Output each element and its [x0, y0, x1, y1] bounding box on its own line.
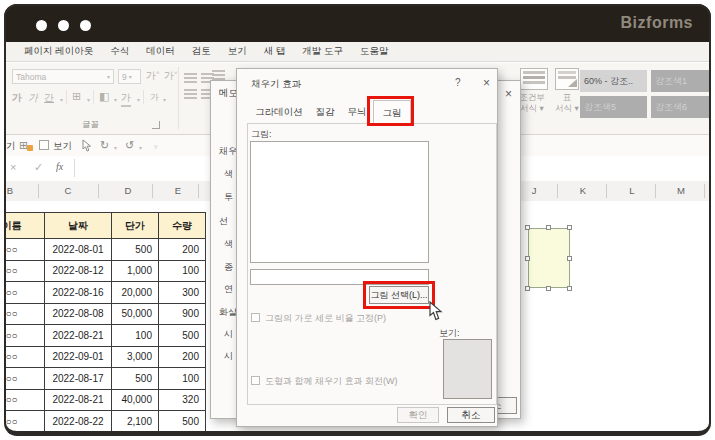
- undo-icon[interactable]: ↺: [125, 139, 134, 152]
- back-dialog-label: 연: [224, 283, 233, 296]
- data-table: 이름 날짜 단가 수량 ○○2022-08-01500200 ○○2022-08…: [4, 212, 206, 434]
- menu-item-new-tab[interactable]: 새 탭: [264, 45, 286, 58]
- col-header-J[interactable]: J: [522, 185, 546, 196]
- shape-handle[interactable]: [525, 225, 530, 230]
- menu-item-page-layout[interactable]: 페이지 레이아웃: [24, 45, 93, 58]
- table-cell: 2022-08-21: [45, 325, 112, 347]
- divider: [557, 184, 558, 198]
- table-cell: 100: [159, 261, 205, 283]
- redo-icon[interactable]: ↻: [100, 139, 109, 152]
- underline-button[interactable]: 간: [44, 91, 54, 105]
- cancel-button[interactable]: 취소: [447, 407, 495, 423]
- dot-icon[interactable]: [58, 20, 69, 31]
- borders-button[interactable]: ⊞: [72, 90, 81, 103]
- ok-button[interactable]: 확인: [397, 407, 439, 423]
- menu-item-review[interactable]: 검토: [192, 45, 211, 58]
- cell-style-accent6[interactable]: 강조색6: [651, 96, 711, 118]
- cell-style-60-accent[interactable]: 60% - 강조..: [580, 70, 647, 92]
- align-top-icon[interactable]: [184, 73, 197, 83]
- font-group-label: 글꼴: [82, 119, 99, 131]
- menu-item-help[interactable]: 도움말: [360, 45, 389, 58]
- tab-texture[interactable]: 질감: [311, 101, 339, 123]
- shape-handle[interactable]: [567, 286, 572, 291]
- insert-function-icon[interactable]: fx: [56, 161, 63, 172]
- divider: [38, 184, 39, 198]
- table-cell: 100: [112, 325, 159, 347]
- shape-handle[interactable]: [546, 286, 551, 291]
- table-cell: 320: [159, 390, 205, 412]
- chevron-down-icon[interactable]: ▾: [114, 96, 117, 103]
- mouse-cursor-icon: [428, 301, 443, 321]
- table-cell: 2022-08-17: [45, 368, 112, 390]
- col-header-M[interactable]: M: [669, 185, 693, 196]
- window-control-dots[interactable]: [36, 17, 102, 35]
- table-cell: 500: [159, 325, 205, 347]
- select-pointer-icon[interactable]: [82, 139, 92, 152]
- table-header-date: 날짜: [45, 213, 112, 239]
- shape-handle[interactable]: [546, 225, 551, 230]
- align-left-icon[interactable]: [184, 89, 197, 99]
- close-icon[interactable]: ×: [483, 76, 490, 90]
- brand-logo: Bizforms: [621, 14, 693, 32]
- table-header-price: 단가: [112, 213, 159, 239]
- italic-button[interactable]: 가: [28, 91, 38, 105]
- table-cell: 2022-08-16: [45, 282, 112, 304]
- selected-shape[interactable]: [528, 228, 570, 288]
- table-cell: 900: [159, 304, 205, 326]
- font-size-combobox[interactable]: 9 ▾: [118, 69, 141, 84]
- help-icon[interactable]: ?: [455, 77, 461, 88]
- toolbar-overflow-icon[interactable]: ▿: [154, 143, 158, 151]
- shape-handle[interactable]: [525, 286, 530, 291]
- shape-handle[interactable]: [567, 256, 572, 261]
- chevron-down-icon[interactable]: ▾: [139, 144, 142, 151]
- close-icon[interactable]: ×: [505, 87, 512, 101]
- shrink-font-button[interactable]: 가˅: [164, 69, 178, 83]
- rotate-fill-checkbox[interactable]: [251, 376, 260, 385]
- lock-ratio-checkbox[interactable]: [251, 313, 260, 322]
- table-cell: ○○: [4, 261, 45, 283]
- col-header-L[interactable]: L: [620, 185, 644, 196]
- tab-gradient[interactable]: 그라데이션: [251, 101, 307, 123]
- col-header-D[interactable]: D: [116, 185, 140, 196]
- col-header-K[interactable]: K: [571, 185, 595, 196]
- dot-icon[interactable]: [80, 20, 91, 31]
- cell-style-accent1[interactable]: 강조색1: [651, 70, 711, 92]
- chevron-down-icon[interactable]: ▾: [163, 96, 166, 103]
- font-name-combobox[interactable]: Tahoma ▾: [12, 69, 114, 84]
- menu-item-data[interactable]: 데이터: [146, 45, 175, 58]
- menu-item-view[interactable]: 보기: [228, 45, 247, 58]
- window-titlebar: Bizforms: [4, 4, 711, 42]
- shape-handle[interactable]: [567, 225, 572, 230]
- fill-color-button[interactable]: ◧: [99, 90, 109, 103]
- chevron-down-icon[interactable]: ▾: [60, 96, 63, 103]
- cell-style-accent5[interactable]: 강조색5: [580, 96, 647, 118]
- menu-item-formulas[interactable]: 수식: [110, 45, 129, 58]
- chevron-down-icon[interactable]: ▾: [87, 96, 90, 103]
- phonetic-button[interactable]: 가: [150, 91, 159, 104]
- bold-button[interactable]: 가: [12, 91, 22, 105]
- view-checkbox[interactable]: [39, 140, 49, 150]
- font-color-button[interactable]: 가: [121, 91, 131, 107]
- table-cell: ○○: [4, 411, 45, 433]
- dot-icon[interactable]: [36, 20, 47, 31]
- conditional-formatting-icon[interactable]: [520, 68, 548, 90]
- orientation-icon[interactable]: [212, 70, 225, 80]
- enter-entry-icon[interactable]: ✓: [34, 161, 43, 174]
- format-as-table-icon[interactable]: [555, 68, 579, 90]
- table-cell: ○○: [4, 239, 45, 261]
- back-dialog-label: 종: [224, 261, 233, 274]
- divider: [655, 184, 656, 198]
- font-group-expander-icon[interactable]: [152, 121, 160, 129]
- menu-item-developer[interactable]: 개발 도구: [302, 45, 343, 58]
- shape-handle[interactable]: [525, 256, 530, 261]
- col-header-C[interactable]: C: [56, 185, 80, 196]
- col-header-B[interactable]: B: [4, 185, 22, 196]
- table-cell: 300: [159, 282, 205, 304]
- chevron-down-icon[interactable]: ▾: [114, 144, 117, 151]
- font-size-value: 9: [122, 72, 127, 82]
- chevron-down-icon[interactable]: ▾: [137, 96, 140, 103]
- grow-font-button[interactable]: 가˄: [146, 69, 160, 83]
- cancel-entry-icon[interactable]: ×: [10, 161, 16, 173]
- divider: [143, 90, 144, 104]
- col-header-E[interactable]: E: [166, 185, 190, 196]
